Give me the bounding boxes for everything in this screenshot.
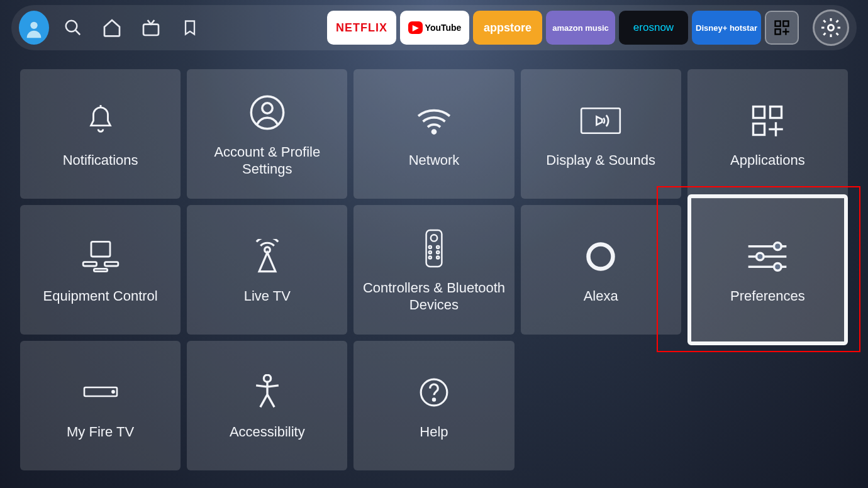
- tile-help[interactable]: Help: [353, 341, 514, 470]
- svg-rect-13: [581, 108, 620, 133]
- svg-point-25: [431, 235, 437, 241]
- sliders-icon: [745, 235, 789, 279]
- accessibility-icon: [253, 370, 282, 414]
- tile-notifications[interactable]: Notifications: [20, 69, 181, 199]
- svg-point-12: [432, 130, 435, 133]
- svg-rect-16: [754, 124, 765, 135]
- grid-plus-icon: [773, 19, 791, 36]
- tile-label: Account & Profile Settings: [194, 143, 340, 178]
- svg-rect-6: [776, 29, 781, 34]
- svg-point-30: [429, 256, 431, 258]
- svg-rect-14: [754, 107, 765, 118]
- tile-my-fire-tv[interactable]: My Fire TV: [20, 341, 181, 470]
- tile-applications[interactable]: Applications: [687, 69, 848, 199]
- profile-avatar-icon: [19, 11, 49, 45]
- tile-label: Live TV: [244, 287, 291, 305]
- tv-volume-icon: [580, 99, 621, 143]
- svg-point-36: [757, 253, 764, 260]
- equipment-icon: [82, 235, 120, 279]
- help-icon: [418, 370, 450, 414]
- app-amazon-music[interactable]: amazon music: [546, 11, 615, 45]
- svg-rect-15: [771, 107, 782, 118]
- all-apps-button[interactable]: [765, 11, 799, 45]
- user-circle-icon: [250, 91, 285, 135]
- tile-accessibility[interactable]: Accessibility: [187, 341, 347, 470]
- svg-rect-5: [783, 21, 788, 26]
- tile-display-sounds[interactable]: Display & Sounds: [521, 69, 681, 199]
- gear-icon: [820, 16, 842, 39]
- bookmarks-button[interactable]: [175, 13, 205, 43]
- tile-account-profile[interactable]: Account & Profile Settings: [187, 69, 347, 199]
- app-youtube[interactable]: ▶YouTube: [400, 11, 469, 45]
- tile-label: Equipment Control: [43, 287, 157, 305]
- live-tv-button[interactable]: [136, 13, 166, 43]
- tile-label: Alexa: [584, 287, 618, 305]
- tile-label: Accessibility: [230, 423, 305, 441]
- wifi-icon: [415, 99, 453, 143]
- svg-point-38: [774, 263, 782, 271]
- svg-rect-22: [94, 269, 107, 272]
- svg-rect-3: [143, 25, 159, 35]
- tile-label: Applications: [730, 152, 805, 169]
- app-erosnow[interactable]: erosnow: [619, 11, 688, 45]
- tile-network[interactable]: Network: [353, 69, 514, 199]
- svg-rect-19: [91, 242, 110, 257]
- svg-line-2: [75, 30, 81, 35]
- home-button[interactable]: [97, 13, 127, 43]
- svg-point-32: [589, 245, 613, 269]
- remote-icon: [425, 226, 443, 270]
- settings-button[interactable]: [813, 9, 849, 46]
- svg-point-11: [262, 103, 272, 113]
- app-youtube-label: YouTube: [425, 23, 462, 33]
- svg-point-41: [264, 375, 270, 382]
- svg-point-28: [429, 251, 431, 253]
- alexa-ring-icon: [584, 235, 617, 279]
- svg-point-43: [433, 399, 435, 401]
- top-navigation-bar: NETFLIX ▶YouTube appstore amazon music e…: [11, 5, 857, 50]
- fire-tv-box-icon: [83, 370, 118, 414]
- svg-point-27: [437, 245, 439, 248]
- bell-icon: [86, 99, 115, 143]
- svg-rect-20: [83, 262, 96, 266]
- svg-point-0: [30, 22, 37, 29]
- settings-grid: Notifications Account & Profile Settings…: [20, 69, 848, 470]
- grid-plus-icon: [750, 99, 784, 143]
- tile-alexa[interactable]: Alexa: [521, 205, 681, 335]
- broadcast-icon: [250, 235, 284, 279]
- tile-label: Network: [409, 152, 460, 169]
- tile-equipment-control[interactable]: Equipment Control: [20, 205, 181, 335]
- svg-rect-21: [104, 262, 118, 266]
- svg-point-40: [112, 391, 114, 393]
- tile-label: Display & Sounds: [546, 152, 655, 169]
- tile-label: Help: [420, 423, 448, 441]
- search-button[interactable]: [58, 13, 88, 43]
- tile-label: My Fire TV: [67, 423, 134, 441]
- svg-point-31: [437, 256, 439, 258]
- tile-live-tv[interactable]: Live TV: [187, 205, 347, 335]
- tile-label: Notifications: [63, 152, 138, 169]
- app-shortcuts: NETFLIX ▶YouTube appstore amazon music e…: [327, 11, 799, 45]
- svg-point-29: [437, 251, 439, 253]
- app-disney-hotstar[interactable]: Disney+ hotstar: [692, 11, 761, 45]
- tile-preferences[interactable]: Preferences: [687, 194, 848, 345]
- tile-label: Preferences: [730, 287, 805, 305]
- svg-point-1: [66, 21, 77, 32]
- app-appstore[interactable]: appstore: [473, 11, 542, 45]
- profile-button[interactable]: [19, 13, 49, 43]
- app-netflix[interactable]: NETFLIX: [327, 11, 396, 45]
- svg-rect-4: [776, 21, 781, 26]
- svg-point-34: [774, 243, 782, 250]
- tile-controllers-bluetooth[interactable]: Controllers & Bluetooth Devices: [353, 205, 514, 335]
- svg-point-26: [429, 245, 431, 248]
- svg-point-9: [828, 25, 834, 31]
- tile-label: Controllers & Bluetooth Devices: [361, 279, 506, 314]
